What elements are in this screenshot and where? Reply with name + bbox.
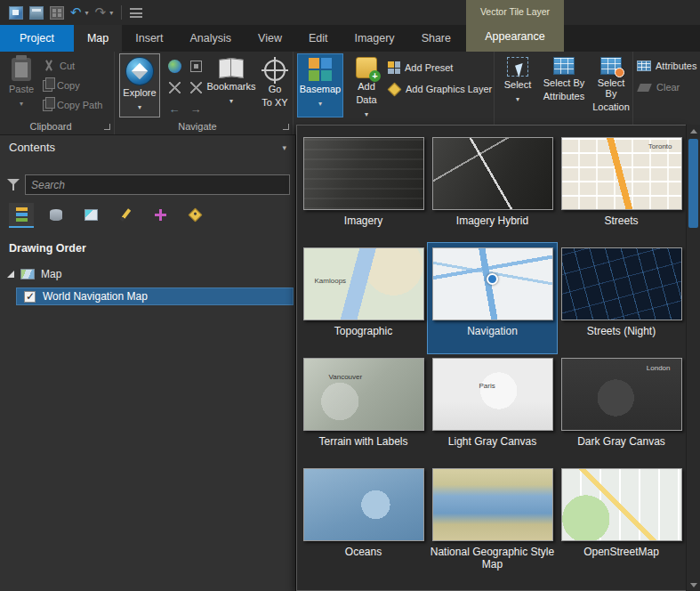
paste-icon xyxy=(12,58,31,81)
basemap-item-light-gray-canvas[interactable]: Paris Light Gray Canvas xyxy=(428,353,557,464)
vertical-scrollbar[interactable] xyxy=(686,125,700,591)
expander-icon[interactable] xyxy=(7,271,14,278)
contents-title: Contents xyxy=(9,141,55,154)
save-project-icon[interactable] xyxy=(9,6,23,20)
add-graphics-layer-button[interactable]: Add Graphics Layer xyxy=(388,80,492,98)
list-by-data-source-button[interactable] xyxy=(44,203,68,228)
scrollbar-thumb[interactable] xyxy=(688,139,698,228)
select-button[interactable]: Select xyxy=(498,53,537,105)
attributes-button[interactable]: Attributes xyxy=(637,57,696,75)
copy-button[interactable]: Copy xyxy=(43,77,80,94)
basemap-item-imagery[interactable]: Imagery xyxy=(299,133,428,243)
scroll-up-icon[interactable] xyxy=(687,125,700,137)
filter-icon[interactable] xyxy=(7,178,20,191)
zoom-out-arrows-icon xyxy=(190,82,202,93)
zoom-in-arrows-icon xyxy=(169,82,181,93)
thumbnail-map-label: Paris xyxy=(479,382,495,390)
explore-label: Explore xyxy=(123,87,156,98)
tree-item-map[interactable]: Map xyxy=(0,265,294,283)
snapping-icon xyxy=(155,209,166,221)
tab-analysis[interactable]: Analysis xyxy=(177,25,245,52)
basemap-item-navigation[interactable]: Navigation xyxy=(428,243,557,353)
select-by-attributes-icon xyxy=(553,57,575,75)
tab-appearance[interactable]: Appearance xyxy=(466,23,564,50)
list-by-selection-button[interactable] xyxy=(78,203,103,228)
select-by-location-button[interactable]: Select By Location xyxy=(591,53,632,112)
basemap-button[interactable]: Basemap xyxy=(297,53,343,117)
cut-icon xyxy=(43,60,55,72)
search-input[interactable] xyxy=(25,174,290,195)
basemap-item-dark-gray-canvas[interactable]: London Dark Gray Canvas xyxy=(557,353,686,464)
undo-dropdown-icon[interactable] xyxy=(85,9,89,17)
basemap-item-streets[interactable]: Toronto Streets xyxy=(557,133,686,243)
list-by-labeling-button[interactable] xyxy=(182,203,207,228)
paste-label: Paste xyxy=(9,84,34,94)
thumbnail-map-label: Vancouver xyxy=(329,373,363,381)
tab-view[interactable]: View xyxy=(245,25,295,52)
select-by-location-label-line1: Select By xyxy=(591,77,632,99)
list-by-snapping-button[interactable] xyxy=(148,203,173,228)
data-source-icon xyxy=(50,209,62,221)
tab-share[interactable]: Share xyxy=(408,25,464,52)
layer-visibility-checkbox[interactable] xyxy=(24,291,36,303)
basemap-item-oceans[interactable]: Oceans xyxy=(299,464,428,574)
navigate-group-label: Navigate xyxy=(115,119,280,134)
basemap-item-topographic[interactable]: Kamloops Topographic xyxy=(299,243,428,353)
contents-pane: Contents Drawing Order Map World Navigat… xyxy=(0,135,296,591)
tree-item-world-navigation-map[interactable]: World Navigation Map xyxy=(16,287,294,305)
add-data-dropdown-icon xyxy=(365,108,368,120)
undo-button[interactable] xyxy=(70,5,82,20)
basemap-item-openstreetmap[interactable]: OpenStreetMap xyxy=(557,464,686,574)
tab-map[interactable]: Map xyxy=(74,25,122,52)
scroll-down-icon[interactable] xyxy=(687,579,700,591)
full-extent-button[interactable] xyxy=(165,56,184,76)
next-extent-button[interactable] xyxy=(186,99,205,118)
thumbnail-map-label: London xyxy=(647,364,671,372)
basemap-item-terrain-with-labels[interactable]: Vancouver Terrain with Labels xyxy=(299,353,428,464)
tab-imagery[interactable]: Imagery xyxy=(341,25,407,52)
pane-menu-icon[interactable] xyxy=(282,135,286,160)
ribbon-group-navigate: Explore Bookmarks Go To XY Navi xyxy=(115,52,294,134)
paste-button[interactable]: Paste xyxy=(4,54,39,109)
open-project-icon[interactable] xyxy=(29,6,44,20)
copy-path-button[interactable]: Copy Path xyxy=(43,96,102,114)
basemap-thumbnail-navigation xyxy=(432,247,553,320)
fixed-zoom-out-button[interactable] xyxy=(186,77,205,97)
tab-insert[interactable]: Insert xyxy=(122,25,176,52)
fixed-extent-button[interactable] xyxy=(186,56,205,76)
add-preset-button[interactable]: Add Preset xyxy=(388,59,457,77)
basemap-thumbnail-dark-gray: London xyxy=(561,358,682,431)
fixed-zoom-in-button[interactable] xyxy=(165,77,184,97)
new-map-icon[interactable] xyxy=(50,6,64,20)
basemap-item-national-geographic[interactable]: National Geographic Style Map xyxy=(428,464,557,574)
redo-button[interactable] xyxy=(95,5,107,20)
add-data-button[interactable]: Add Data xyxy=(349,53,384,120)
previous-extent-button[interactable] xyxy=(165,99,184,118)
customize-toolbar-icon[interactable] xyxy=(130,8,142,18)
basemap-thumbnail-oceans xyxy=(303,468,424,541)
navigate-tool-grid xyxy=(165,56,205,118)
select-by-attributes-button[interactable]: Select By Attributes xyxy=(539,53,589,101)
copy-icon xyxy=(43,80,52,92)
basemap-thumbnail-streets-night xyxy=(561,247,682,320)
basemap-gallery-dropdown: Imagery Imagery Hybrid Toronto Streets K… xyxy=(296,125,687,591)
navigate-dialog-launcher-icon[interactable] xyxy=(283,124,289,130)
list-by-editing-button[interactable] xyxy=(113,203,138,228)
add-preset-icon xyxy=(388,61,400,74)
tab-edit[interactable]: Edit xyxy=(295,25,342,52)
basemap-icon xyxy=(309,58,332,81)
cut-button[interactable]: Cut xyxy=(43,57,75,75)
go-to-xy-button[interactable]: Go To XY xyxy=(259,53,291,108)
basemap-item-streets-night[interactable]: Streets (Night) xyxy=(557,243,686,353)
clear-button[interactable]: Clear xyxy=(637,78,680,96)
tab-project[interactable]: Project xyxy=(0,25,74,52)
basemap-item-imagery-hybrid[interactable]: Imagery Hybrid xyxy=(428,133,557,243)
basemap-thumbnail-terrain: Vancouver xyxy=(303,358,424,431)
redo-dropdown-icon[interactable] xyxy=(109,9,113,17)
contents-toolbar xyxy=(9,203,207,228)
clipboard-dialog-launcher-icon[interactable] xyxy=(104,124,110,130)
basemap-thumbnail-light-gray: Paris xyxy=(432,358,553,431)
list-by-drawing-order-button[interactable] xyxy=(9,203,34,228)
explore-button[interactable]: Explore xyxy=(119,53,160,117)
bookmarks-button[interactable]: Bookmarks xyxy=(205,53,257,107)
